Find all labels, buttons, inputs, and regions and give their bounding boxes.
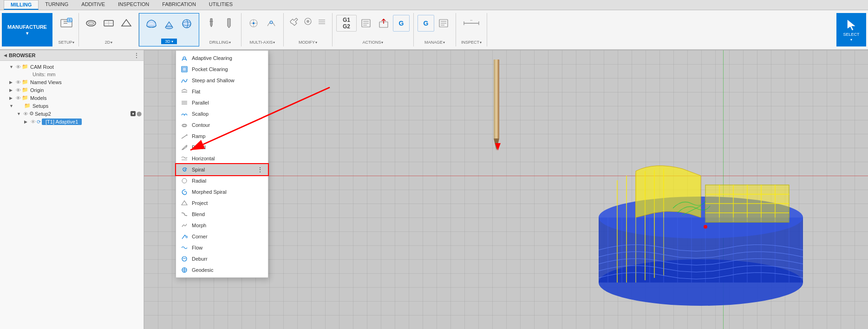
tree-item-named-views[interactable]: ▶ 👁 📁 Named Views <box>0 78 144 86</box>
actions-icon-g[interactable]: G <box>393 15 410 32</box>
2d-icon-3[interactable] <box>118 15 135 32</box>
actions-icon-list[interactable] <box>358 15 374 32</box>
3d-icon-3[interactable] <box>178 15 195 32</box>
modify-icon-1[interactable] <box>287 15 300 28</box>
3d-icon-1[interactable] <box>143 15 160 32</box>
menu-item-blend[interactable]: Blend <box>176 209 268 220</box>
setup-label: SETUP▾ <box>58 40 74 45</box>
adaptive1-op-icon: ⟳ <box>37 119 41 125</box>
ribbon-group-multiaxis: MULTI-AXIS▾ <box>241 13 284 46</box>
menu-item-horizontal[interactable]: Horizontal <box>176 153 268 164</box>
ramp-label: Ramp <box>192 133 205 139</box>
ribbon-group-modify: MODIFY▾ <box>284 13 333 46</box>
ribbon-group-2d: 2D▾ <box>79 13 139 46</box>
actions-icon-g1g2[interactable]: G1G2 <box>336 15 357 32</box>
steep-shallow-label: Steep and Shallow <box>192 78 235 83</box>
actions-icon-export[interactable] <box>375 15 392 32</box>
setups-collapse[interactable]: ▼ <box>9 104 16 108</box>
multiaxis-icon-2[interactable] <box>263 15 280 32</box>
tree-item-adaptive1[interactable]: ▶ 👁 ⟳ [T1] Adaptive1 <box>0 118 144 126</box>
tab-turning[interactable]: TURNING <box>39 0 75 10</box>
drilling-icon-2[interactable] <box>221 15 237 32</box>
menu-item-flat[interactable]: Flat <box>176 86 268 97</box>
menu-item-ramp[interactable]: Ramp <box>176 131 268 142</box>
setup2-collapse[interactable]: ▼ <box>17 112 23 116</box>
menu-item-contour[interactable]: Contour <box>176 119 268 131</box>
browser-menu-icon[interactable]: ⋮ <box>133 52 140 59</box>
tab-additive[interactable]: ADDITIVE <box>75 0 111 10</box>
drilling-icon-1[interactable] <box>203 15 220 32</box>
adaptive1-expand[interactable]: ▶ <box>24 119 31 124</box>
menu-item-project[interactable]: Project <box>176 197 268 209</box>
tab-inspection[interactable]: INSPECTION <box>111 0 156 10</box>
2d-icon-1[interactable] <box>83 15 99 32</box>
adaptive1-label[interactable]: [T1] Adaptive1 <box>42 118 82 125</box>
cam-root-icon: 📁 <box>22 64 28 70</box>
models-eye[interactable]: 👁 <box>16 95 21 101</box>
tab-milling[interactable]: MILLING <box>4 0 39 10</box>
menu-item-parallel[interactable]: Parallel <box>176 97 268 108</box>
2d-icon-2[interactable] <box>100 15 117 32</box>
cam-root-collapse[interactable]: ▼ <box>9 65 16 69</box>
svg-rect-19 <box>494 59 499 138</box>
tree-item-cam-root[interactable]: ▼ 👁 📁 CAM Root <box>0 63 144 71</box>
models-label: Models <box>30 95 142 101</box>
origin-expand[interactable]: ▶ <box>9 88 16 92</box>
browser-expand-icon[interactable]: ◀ <box>4 53 7 58</box>
setup-new-icon[interactable]: G <box>58 15 75 32</box>
spiral-more-icon[interactable]: ⋮ <box>257 166 263 173</box>
browser-header: ◀ BROWSER ⋮ <box>0 50 144 61</box>
adaptive1-eye-slash[interactable]: 👁 <box>31 119 36 125</box>
menu-item-corner[interactable]: Corner <box>176 231 268 242</box>
browser-title: BROWSER <box>9 53 35 58</box>
models-icon: 📁 <box>22 95 28 101</box>
modify-icon-2[interactable] <box>301 15 314 28</box>
setup2-badge: ● <box>131 111 136 116</box>
tab-fabrication[interactable]: FABRICATION <box>156 0 202 10</box>
ribbon-group-setup: G SETUP▾ <box>54 13 79 46</box>
tree-item-setups[interactable]: ▼ 📁 Setups <box>0 102 144 110</box>
inspect-icon-measure[interactable]: ↔ <box>460 15 483 32</box>
multiaxis-icon-1[interactable] <box>245 15 262 32</box>
menu-item-radial[interactable]: Radial <box>176 175 268 186</box>
tree-item-models[interactable]: ▶ 👁 📁 Models <box>0 94 144 102</box>
contour-label: Contour <box>192 122 210 128</box>
menu-item-adaptive-clearing[interactable]: Adaptive Clearing <box>176 53 268 64</box>
tree-item-setup2[interactable]: ▼ 👁 ⚙ Setup2 ● ⬤ <box>0 110 144 118</box>
morph-icon <box>181 222 188 229</box>
origin-eye[interactable]: 👁 <box>16 87 21 93</box>
manage-icon-list[interactable] <box>435 15 452 32</box>
3d-machining-object <box>561 125 840 310</box>
modify-icon-3[interactable] <box>315 15 328 28</box>
manufacture-button[interactable]: MANUFACTURE ▾ <box>2 13 52 46</box>
menu-item-geodesic[interactable]: Geodesic <box>176 264 268 276</box>
select-button[interactable]: SELECT ▾ <box>836 13 866 46</box>
svg-text:↔: ↔ <box>470 19 473 22</box>
named-views-eye[interactable]: 👁 <box>16 79 21 85</box>
menu-item-morphed-spiral[interactable]: Morphed Spiral <box>176 186 268 197</box>
menu-item-morph[interactable]: Morph <box>176 220 268 231</box>
3d-icon-2[interactable] <box>161 15 177 32</box>
menu-item-pencil[interactable]: Pencil <box>176 142 268 153</box>
menu-item-spiral[interactable]: Spiral ⋮ <box>176 164 268 175</box>
menu-item-scallop[interactable]: Scallop <box>176 108 268 119</box>
menu-item-pocket-clearing[interactable]: Pocket Clearing <box>176 64 268 75</box>
units-label: Units: mm <box>33 72 56 77</box>
models-expand[interactable]: ▶ <box>9 96 16 100</box>
menu-item-steep-shallow[interactable]: Steep and Shallow <box>176 75 268 86</box>
tab-utilities[interactable]: UTILITIES <box>202 0 239 10</box>
modify-label: MODIFY▾ <box>299 40 317 45</box>
sidebar-tree: ▼ 👁 📁 CAM Root Units: mm ▶ 👁 📁 Named Vie… <box>0 61 144 329</box>
setup2-eye[interactable]: 👁 <box>23 111 28 117</box>
radial-label: Radial <box>192 178 206 184</box>
viewport[interactable]: Adaptive Clearing Pocket Clearing Steep … <box>144 50 868 329</box>
manage-icon-g[interactable]: G <box>418 15 434 32</box>
flat-label: Flat <box>192 89 200 94</box>
tree-item-origin[interactable]: ▶ 👁 📁 Origin <box>0 86 144 94</box>
2d-label: 2D▾ <box>105 40 113 45</box>
3d-label[interactable]: 3D▾ <box>161 39 177 44</box>
named-views-expand[interactable]: ▶ <box>9 80 16 85</box>
menu-item-flow[interactable]: Flow <box>176 242 268 253</box>
cam-root-eye[interactable]: 👁 <box>16 64 21 70</box>
menu-item-deburr[interactable]: Deburr <box>176 253 268 264</box>
